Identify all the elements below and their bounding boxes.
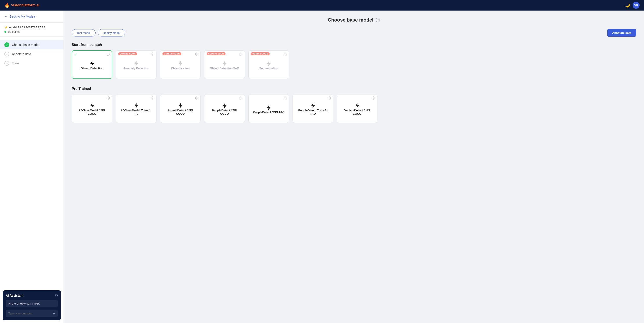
model-info: ⚡ model 29.03.2024T15:27:32 pre-trained	[0, 23, 64, 37]
step-circle-2: ○	[4, 52, 9, 56]
back-arrow-icon: ←	[4, 14, 8, 18]
card-bolt-icon-pt3	[177, 102, 184, 109]
card-peopledetect-cnn-coco[interactable]: ⓘ PeopleDetect CNN COCO	[204, 94, 245, 123]
card-bolt-icon-4	[222, 60, 228, 66]
card-info-icon-2[interactable]: ⓘ	[151, 52, 154, 56]
step-label-2: Annotate data	[12, 52, 31, 56]
card-label-pt6: PeopleDetect Transfo TAO	[296, 109, 330, 115]
sidebar-step-train[interactable]: ○ Train	[0, 59, 64, 68]
card-info-icon-5[interactable]: ⓘ	[284, 52, 286, 56]
main-content: Choose base model ? Test model Deploy mo…	[64, 10, 644, 323]
card-bolt-icon-3	[177, 60, 184, 66]
ai-question-input[interactable]	[8, 312, 52, 315]
model-badge: pre-trained	[4, 30, 59, 34]
tab-buttons: Test model Deploy model	[72, 29, 125, 36]
page-title: Choose base model	[328, 17, 374, 23]
card-label-pt4: PeopleDetect CNN COCO	[208, 109, 242, 115]
card-label-object-detection: Object Detection	[81, 66, 103, 70]
card-bolt-icon-pt6	[310, 102, 316, 109]
card-info-icon-pt5[interactable]: ⓘ	[284, 96, 286, 100]
card-anomaly-detection[interactable]: COMING SOON ⓘ Anomaly Detection	[116, 50, 156, 79]
card-vehicledetect-cnn-coco[interactable]: ⓘ VehicleDetect CNN COCO	[337, 94, 378, 123]
logo-icon: 🔥	[4, 3, 10, 8]
user-avatar[interactable]: VD	[632, 2, 640, 9]
card-info-icon-pt3[interactable]: ⓘ	[195, 96, 198, 100]
model-name: ⚡ model 29.03.2024T15:27:32	[4, 26, 59, 29]
pretrained-cards-grid: ⓘ 80ClassModel CNN COCO ⓘ 80ClassModel T…	[72, 94, 636, 123]
ai-input-row: ➤	[6, 310, 58, 317]
annotate-data-button[interactable]: Annotate data	[607, 29, 636, 37]
card-bolt-icon-1	[89, 60, 95, 66]
test-model-button[interactable]: Test model	[72, 29, 96, 36]
theme-toggle-icon[interactable]: 🌙	[625, 3, 630, 8]
card-info-icon-pt7[interactable]: ⓘ	[372, 96, 375, 100]
help-icon[interactable]: ?	[376, 18, 380, 22]
card-coming-soon-badge-2: COMING SOON	[118, 52, 137, 55]
ai-assistant-header: AI Assistant ↻	[6, 293, 58, 298]
card-info-icon-pt2[interactable]: ⓘ	[151, 96, 154, 100]
card-bolt-icon-pt1	[89, 102, 95, 109]
card-selected-check-icon: ✓	[74, 52, 77, 57]
action-buttons-row: Test model Deploy model Annotate data	[72, 29, 636, 37]
card-bolt-icon-2	[133, 60, 139, 66]
sidebar-step-annotate-data[interactable]: ○ Annotate data	[0, 50, 64, 59]
page-title-row: Choose base model ?	[72, 17, 636, 23]
card-info-icon-pt4[interactable]: ⓘ	[239, 96, 242, 100]
card-info-icon-pt1[interactable]: ⓘ	[107, 96, 110, 100]
card-bolt-icon-pt5	[266, 104, 272, 110]
sidebar: ← Back to My Models ⚡ model 29.03.2024T1…	[0, 10, 64, 323]
ai-assistant-title: AI Assistant	[6, 294, 23, 297]
card-peopledetect-cnn-tao[interactable]: ⓘ PeopleDetect CNN TAO	[248, 94, 289, 123]
card-label-segmentation: Segmentation	[259, 66, 278, 70]
card-animaldetect-cnn-coco[interactable]: ⓘ AnimalDetect CNN COCO	[160, 94, 201, 123]
step-label-3: Train	[12, 62, 19, 65]
card-coming-soon-badge-3: COMING SOON	[162, 52, 181, 55]
ai-refresh-icon[interactable]: ↻	[55, 293, 58, 298]
pretrained-section-title: Pre-Trained	[72, 87, 636, 91]
card-label-classification: Classification	[171, 66, 190, 70]
back-to-my-models-link[interactable]: ← Back to My Models	[0, 10, 64, 23]
step-label-1: Choose base model	[12, 43, 39, 46]
card-bolt-icon-pt2	[133, 102, 139, 109]
back-label: Back to My Models	[10, 15, 36, 18]
card-80class-transfo[interactable]: ⓘ 80ClassModel Transfo T...	[116, 94, 156, 123]
card-info-icon-4[interactable]: ⓘ	[239, 52, 242, 56]
logo[interactable]: 🔥 visionplatform.ai	[4, 3, 39, 8]
card-label-pt5: PeopleDetect CNN TAO	[253, 110, 284, 114]
ai-assistant-panel: AI Assistant ↻ Hi there! How can I help?…	[3, 290, 61, 320]
card-peopledetect-transfo-tao[interactable]: ⓘ PeopleDetect Transfo TAO	[292, 94, 333, 123]
topnav-right: 🌙 VD	[625, 2, 640, 9]
card-label-object-detection-tao: Object Detection TAO	[210, 66, 239, 70]
card-80class-cnn-coco[interactable]: ⓘ 80ClassModel CNN COCO	[72, 94, 112, 123]
step-circle-1: ✓	[4, 42, 9, 47]
card-label-anomaly-detection: Anomaly Detection	[123, 66, 149, 70]
deploy-model-button[interactable]: Deploy model	[98, 29, 126, 36]
sidebar-step-choose-base-model[interactable]: ✓ Choose base model	[0, 40, 64, 50]
card-bolt-icon-pt7	[354, 102, 360, 109]
card-coming-soon-badge-5: COMING SOON	[251, 52, 270, 55]
ai-message-bubble: Hi there! How can I help?	[6, 300, 58, 308]
card-info-icon-1[interactable]: ⓘ	[106, 52, 110, 56]
scratch-section-title: Start from scratch	[72, 43, 636, 47]
card-label-pt2: 80ClassModel Transfo T...	[119, 109, 153, 115]
card-object-detection[interactable]: ✓ ⓘ Object Detection	[72, 50, 112, 79]
card-bolt-icon-5	[266, 60, 272, 66]
sidebar-steps: ✓ Choose base model ○ Annotate data ○ Tr…	[0, 37, 64, 288]
status-dot	[4, 31, 6, 33]
card-info-icon-3[interactable]: ⓘ	[195, 52, 198, 56]
card-classification[interactable]: COMING SOON ⓘ Classification	[160, 50, 201, 79]
card-object-detection-tao[interactable]: COMING SOON ⓘ Object Detection TAO	[204, 50, 245, 79]
card-segmentation[interactable]: COMING SOON ⓘ Segmentation	[248, 50, 289, 79]
card-label-pt7: VehicleDetect CNN COCO	[340, 109, 374, 115]
card-label-pt3: AnimalDetect CNN COCO	[163, 109, 198, 115]
logo-text: visionplatform.ai	[11, 3, 39, 7]
step-circle-3: ○	[4, 61, 9, 66]
scratch-cards-grid: ✓ ⓘ Object Detection COMING SOON ⓘ Anoma…	[72, 50, 636, 79]
ai-send-icon[interactable]: ➤	[52, 311, 55, 316]
model-bolt-icon: ⚡	[4, 26, 8, 29]
card-coming-soon-badge-4: COMING SOON	[206, 52, 226, 55]
card-bolt-icon-pt4	[222, 102, 228, 109]
card-info-icon-pt6[interactable]: ⓘ	[328, 96, 331, 100]
top-navigation: 🔥 visionplatform.ai 🌙 VD	[0, 0, 644, 10]
card-label-pt1: 80ClassModel CNN COCO	[75, 109, 109, 115]
